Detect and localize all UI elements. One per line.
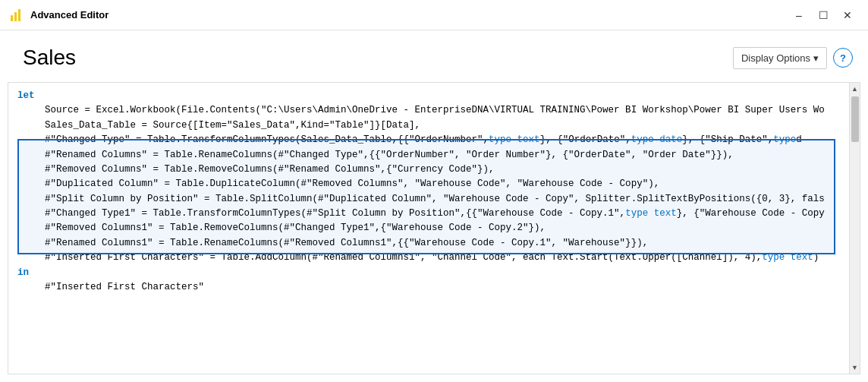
code-line: #"Duplicated Column" = Table.DuplicateCo…: [8, 177, 849, 191]
title-bar-left: Advanced Editor: [9, 8, 108, 23]
maximize-button[interactable]: ☐: [812, 6, 835, 24]
code-line: #"Renamed Columns1" = Table.RenameColumn…: [8, 236, 849, 251]
help-button[interactable]: ?: [833, 48, 853, 68]
title-bar: Advanced Editor – ☐ ✕: [0, 0, 868, 30]
close-button[interactable]: ✕: [836, 6, 859, 24]
code-line: Sales_Data_Table = Source{[Item="Sales_D…: [8, 118, 849, 133]
editor-container: letSource = Excel.Workbook(File.Contents…: [8, 82, 860, 374]
svg-rect-2: [18, 9, 20, 21]
app-title: Advanced Editor: [30, 9, 108, 21]
code-line: #"Changed Type1" = Table.TransformColumn…: [8, 207, 849, 221]
minimize-button[interactable]: –: [788, 6, 810, 24]
title-bar-controls: – ☐ ✕: [788, 6, 859, 24]
code-line: let: [8, 89, 849, 103]
scrollbar-thumb[interactable]: [851, 96, 859, 142]
header-right: Display Options ▾ ?: [733, 47, 853, 69]
code-area[interactable]: letSource = Excel.Workbook(File.Contents…: [8, 83, 849, 374]
page-title: Sales: [23, 46, 76, 70]
scrollbar[interactable]: ▲ ▼: [849, 83, 860, 374]
code-line: #"Removed Columns" = Table.RemoveColumns…: [8, 163, 849, 177]
header: Sales Display Options ▾ ?: [0, 30, 868, 82]
code-line: #"Split Column by Position" = Table.Spli…: [8, 192, 849, 207]
code-line: #"Inserted First Characters": [8, 280, 849, 295]
svg-rect-1: [14, 12, 17, 21]
scroll-down-button[interactable]: ▼: [851, 363, 860, 372]
scroll-up-button[interactable]: ▲: [851, 84, 860, 93]
chevron-down-icon: ▾: [813, 52, 819, 64]
code-line: #"Renamed Columns" = Table.RenameColumns…: [8, 148, 849, 163]
code-line: #"Removed Columns1" = Table.RemoveColumn…: [8, 221, 849, 235]
code-line: Source = Excel.Workbook(File.Contents("C…: [8, 103, 849, 118]
display-options-button[interactable]: Display Options ▾: [733, 47, 827, 69]
powerbi-logo-icon: [9, 8, 24, 23]
code-line: #"Inserted First Characters" = Table.Add…: [8, 251, 849, 265]
code-line: in: [8, 266, 849, 280]
code-line: #"Changed Type" = Table.TransformColumnT…: [8, 133, 849, 147]
svg-rect-0: [11, 15, 13, 21]
display-options-label: Display Options: [741, 52, 810, 64]
